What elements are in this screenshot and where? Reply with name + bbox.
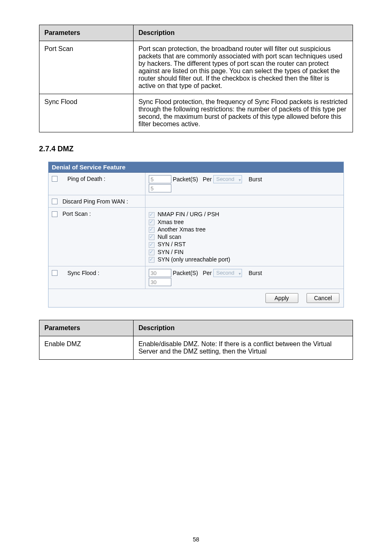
parameters-table-1: Parameters Description Port Scan Port sc… (39, 25, 353, 132)
portscan-opt-checkbox[interactable] (149, 212, 154, 218)
param-cell: Enable DMZ (39, 336, 134, 360)
portscan-opt-checkbox[interactable] (149, 220, 154, 225)
sync-unit-select[interactable]: Second▾ (213, 269, 242, 277)
panel-title: Denial of Service Feature (48, 162, 344, 173)
dos-feature-panel: Denial of Service Feature Ping of Death … (48, 162, 344, 308)
sync-burst-input[interactable] (149, 278, 171, 286)
portscan-opt-checkbox[interactable] (149, 234, 154, 240)
portscan-opt-checkbox[interactable] (149, 227, 154, 233)
per-label: Per (203, 270, 212, 276)
portscan-opt-label: Null scan (158, 234, 182, 240)
portscan-opt-label: SYN / FIN (158, 249, 184, 255)
sync-flood-checkbox[interactable] (52, 270, 58, 276)
sync-packets-input[interactable] (149, 269, 171, 277)
row-port-scan: Port Scan : NMAP FIN / URG / PSH Xmas tr… (48, 208, 344, 266)
portscan-opt-checkbox[interactable] (149, 257, 154, 263)
discard-ping-checkbox[interactable] (52, 199, 58, 204)
col-header-param: Parameters (39, 320, 134, 336)
chevron-down-icon: ▾ (239, 270, 241, 278)
sync-flood-label: Sync Flood : (67, 270, 99, 276)
page-number: 58 (39, 536, 353, 543)
cancel-button[interactable]: Cancel (307, 293, 339, 303)
ping-of-death-checkbox[interactable] (52, 176, 58, 182)
row-ping-of-death: Ping of Death : Packet(S) Per Second▾ Bu… (48, 173, 344, 195)
desc-cell: Sync Flood protection, the frequency of … (133, 94, 353, 132)
portscan-opt-label: SYN / RST (158, 241, 186, 247)
desc-cell: Port scan protection, the broadband rout… (133, 41, 353, 94)
packets-label: Packet(S) (173, 176, 198, 183)
packets-label: Packet(S) (173, 270, 198, 276)
portscan-opt-checkbox[interactable] (149, 242, 154, 248)
burst-label: Burst (249, 176, 262, 183)
row-sync-flood: Sync Flood : Packet(S) Per Second▾ Burst (48, 266, 344, 289)
desc-cell: Enable/disable DMZ. Note: If there is a … (133, 336, 353, 360)
section-heading: 2.7.4 DMZ (39, 145, 353, 153)
port-scan-checkbox[interactable] (52, 211, 58, 217)
portscan-opt-label: SYN (only unreachable port) (158, 256, 231, 263)
chevron-down-icon: ▾ (239, 176, 241, 184)
portscan-opt-checkbox[interactable] (149, 250, 154, 255)
portscan-opt-label: Xmas tree (158, 219, 184, 225)
per-label: Per (203, 176, 212, 183)
apply-button[interactable]: Apply (265, 293, 298, 303)
parameters-table-2: Parameters Description Enable DMZ Enable… (39, 320, 353, 360)
ping-burst-input[interactable] (149, 184, 171, 192)
port-scan-label: Port Scan : (62, 211, 91, 217)
table-row: Port Scan Port scan protection, the broa… (39, 41, 353, 94)
ping-unit-select[interactable]: Second▾ (213, 175, 242, 183)
burst-label: Burst (249, 270, 262, 276)
col-header-desc: Description (133, 25, 353, 41)
ping-packets-input[interactable] (149, 175, 171, 183)
portscan-opt-label: NMAP FIN / URG / PSH (158, 211, 219, 217)
discard-ping-label: Discard Ping From WAN : (62, 198, 128, 205)
table-row: Sync Flood Sync Flood protection, the fr… (39, 94, 353, 132)
portscan-opt-label: Another Xmas tree (158, 226, 206, 233)
param-cell: Port Scan (39, 41, 134, 94)
param-cell: Sync Flood (39, 94, 134, 132)
table-row: Enable DMZ Enable/disable DMZ. Note: If … (39, 336, 353, 360)
button-row: Apply Cancel (48, 289, 344, 307)
col-header-desc: Description (133, 320, 353, 336)
col-header-param: Parameters (39, 25, 134, 41)
ping-of-death-label: Ping of Death : (67, 176, 106, 182)
row-discard-ping: Discard Ping From WAN : (48, 195, 344, 208)
